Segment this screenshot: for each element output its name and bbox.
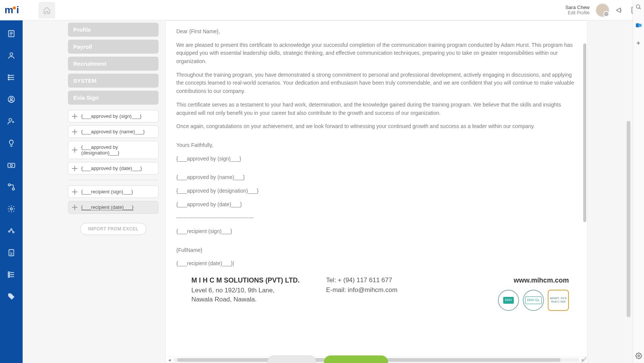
svg-point-17 [9,231,10,232]
field-approved-sign[interactable]: {___approved by (sign)___} [68,110,159,122]
svg-point-16 [10,208,12,210]
field-label: {___recipient (date)___} [81,204,134,210]
field-recipient-date[interactable]: {___recipient (date)___} [68,201,159,214]
nav-user-icon[interactable] [6,94,17,105]
doc-para: We are pleased to present this certifica… [176,41,576,66]
app-logo: mi [5,3,27,17]
token-approved-date: {___approved by (date)___} [176,201,576,209]
doc-greeting: Dear {First Name}, [176,28,576,36]
nav-recruit-icon[interactable] [6,116,17,127]
field-label: {___recipient (sign)___} [81,189,133,195]
token-approved-sign: {___approved by (sign)___} [176,155,576,163]
field-recipient-sign[interactable]: {___recipient (sign)___} [68,185,159,198]
doc-para: This certificate serves as a testament t… [176,101,576,117]
doc-para: Once again, congratulations on your achi… [176,122,576,131]
drag-icon [72,205,77,210]
drag-icon [72,114,77,119]
primary-action-button[interactable] [324,355,388,363]
settings-icon[interactable] [635,352,642,359]
rva-badge-icon: MGMT. SYSRvA C 024 [548,290,569,311]
edit-profile-link[interactable]: Edit Profile [565,10,590,15]
top-bar: mi Sara Chew Edit Profile [0,0,644,20]
nav-chart-icon[interactable] [6,225,17,236]
nav-flow-icon[interactable] [6,181,17,193]
svg-point-5 [10,53,12,56]
editor-vertical-scrollbar[interactable] [583,43,586,341]
svg-point-11 [9,119,12,121]
token-recipient-date: {___recipient (date)___}| [176,260,576,268]
token-approved-designation: {___approved by (designation)___} [176,187,576,195]
field-approved-designation[interactable]: {___approved by (designation)___} [68,141,159,159]
svg-rect-21 [8,272,10,273]
drag-icon [72,166,77,171]
accordion-recruitment[interactable]: Recruitment [68,57,159,71]
field-label: {___approved by (name)___} [81,129,145,134]
footer-company: M I H C M SOLUTIONS (PVT) LTD. [191,275,300,286]
document-editor: Dear {First Name}, We are pleased to pre… [165,20,587,363]
nav-idea-icon[interactable] [6,137,17,149]
svg-point-7 [8,77,9,78]
outlook-icon[interactable] [635,22,642,29]
svg-rect-12 [8,163,15,167]
document-footer: M I H C M SOLUTIONS (PVT) LTD. Level 6, … [176,273,576,312]
svg-point-13 [10,164,12,167]
search-icon[interactable] [635,4,642,11]
accordion-profile[interactable]: Profile [68,23,159,37]
dnv-badge-icon: DNV [498,290,519,311]
user-block[interactable]: Sara Chew Edit Profile [565,5,590,15]
bottom-actions [267,355,388,363]
page-vertical-scrollbar[interactable] [627,121,630,317]
main-area: Profile Payroll Recruitment SYSTEM Evia … [23,20,633,363]
svg-point-8 [8,79,9,80]
doc-fullname: {FullName} [176,246,576,255]
svg-point-15 [12,188,15,190]
nav-cv-icon[interactable] [6,247,17,258]
field-side-panel: Profile Payroll Recruitment SYSTEM Evia … [68,20,159,363]
secondary-action-button[interactable] [267,355,316,363]
nav-gear-icon[interactable] [6,203,17,215]
field-approved-date[interactable]: {___approved by (date)___} [68,162,159,175]
evia-field-list: {___approved by (sign)___} {___approved … [68,108,159,218]
nav-people-icon[interactable] [6,50,17,61]
accordion-system[interactable]: SYSTEM [68,74,159,88]
token-recipient-sign: {___recipient (sign)___} [176,227,576,236]
svg-rect-2 [638,24,641,27]
home-icon [43,6,51,14]
accordion-evia-sign[interactable]: Evia Sign [68,91,159,105]
field-label: {___approved by (sign)___} [81,113,142,119]
add-icon[interactable] [635,40,642,47]
accordion-payroll[interactable]: Payroll [68,40,159,54]
scroll-left-icon[interactable]: ◄ [167,358,172,362]
svg-point-0 [636,5,639,8]
field-label: {___approved by (date)___} [81,165,142,171]
nav-tag-icon[interactable] [6,291,17,302]
resize-grip-icon[interactable] [581,357,586,362]
nav-org-icon[interactable] [6,72,17,83]
announcement-icon[interactable] [615,6,624,15]
cert-badges: DNV DNV·GL MGMT. SYSRvA C 024 [498,290,569,311]
field-label: {___approved by (designation)___} [81,144,154,156]
drag-icon [72,147,77,153]
token-approved-name: {___approved by (name)___} [176,173,576,182]
footer-web: www.mihcm.com [498,275,569,286]
right-utility-strip [633,0,644,363]
avatar[interactable] [596,3,609,17]
user-name: Sara Chew [565,5,590,10]
svg-point-3 [638,355,639,357]
svg-rect-23 [8,276,10,278]
svg-point-19 [13,232,14,233]
footer-addr1: Level 6, no 192/10, 9th Lane, [191,286,300,295]
import-from-excel-button[interactable]: IMPORT FROM EXCEL [80,223,146,235]
svg-point-10 [10,97,12,100]
home-tab[interactable] [39,2,55,19]
drag-icon [72,129,77,134]
field-approved-name[interactable]: {___approved by (name)___} [68,125,159,138]
nav-tasks-icon[interactable] [6,269,17,280]
left-nav [0,20,23,363]
editor-content[interactable]: Dear {First Name}, We are pleased to pre… [166,21,587,316]
nav-payroll-icon[interactable] [6,159,17,171]
drag-icon [72,189,77,195]
nav-document-icon[interactable] [6,28,17,39]
footer-tel: Tel: + (94) 117 611 677 [326,275,397,285]
dnvgl-badge-icon: DNV·GL [523,290,544,311]
